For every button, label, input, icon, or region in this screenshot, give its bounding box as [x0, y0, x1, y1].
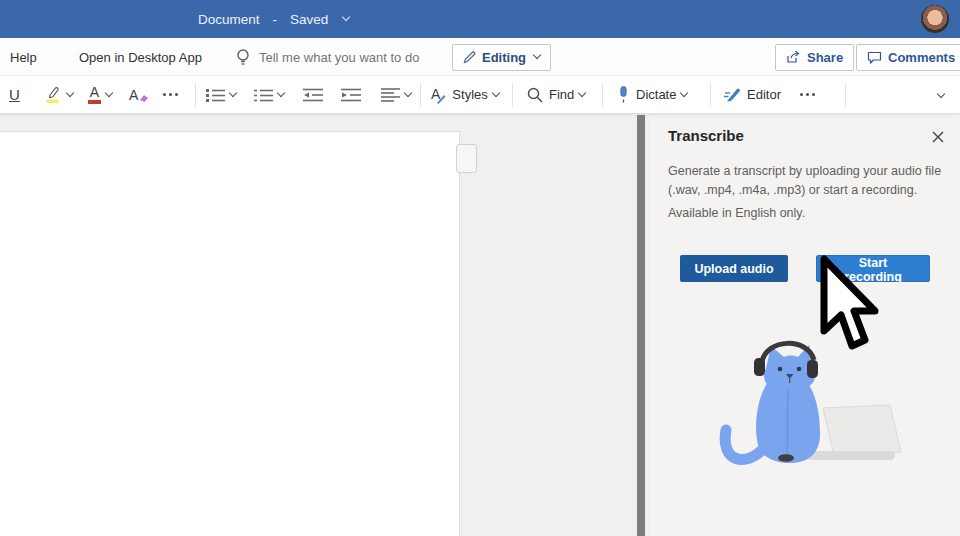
share-label: Share: [807, 50, 843, 65]
underline-glyph: U: [9, 86, 20, 103]
comments-label: Comments: [888, 50, 955, 65]
document-title-group[interactable]: Document - Saved: [198, 0, 349, 38]
vertical-scrollbar[interactable]: [637, 115, 645, 536]
outdent-icon: [303, 88, 323, 102]
comments-button[interactable]: Comments: [856, 38, 960, 76]
font-color-button[interactable]: A: [88, 76, 112, 113]
transcribe-panel: Transcribe Generate a transcript by uplo…: [650, 114, 960, 536]
save-status: Saved: [290, 12, 328, 27]
font-color-swatch: [88, 100, 101, 104]
editor-pen-icon: [724, 87, 741, 102]
styles-pen-icon: [436, 94, 446, 104]
pencil-icon: [463, 51, 476, 64]
dictate-chevron-icon: [680, 88, 688, 96]
title-chevron-down-icon[interactable]: [342, 13, 350, 21]
numbered-list-button[interactable]: [254, 76, 284, 113]
indent-icon: [341, 88, 361, 102]
close-panel-button[interactable]: [929, 128, 947, 146]
help-menu[interactable]: Help: [10, 38, 37, 76]
ellipsis-icon: [163, 93, 178, 96]
numbered-list-chevron-icon[interactable]: [277, 88, 285, 96]
styles-button[interactable]: A Styles: [431, 76, 499, 113]
user-avatar[interactable]: [921, 5, 949, 33]
panel-availability-note: Available in English only.: [668, 206, 805, 220]
ribbon-overflow-button[interactable]: [800, 76, 815, 113]
editing-label: Editing: [482, 50, 526, 65]
increase-indent-button[interactable]: [341, 76, 361, 113]
editing-mode-dropdown[interactable]: Editing: [452, 38, 551, 76]
decrease-indent-button[interactable]: [303, 76, 323, 113]
styles-label: Styles: [452, 87, 487, 102]
ribbon-divider: [420, 83, 421, 107]
find-label: Find: [549, 87, 574, 102]
page-anchor-box[interactable]: [456, 144, 477, 173]
open-in-desktop-label: Open in Desktop App: [79, 50, 202, 65]
tell-me-placeholder: Tell me what you want to do: [259, 50, 419, 65]
alignment-button[interactable]: [381, 76, 411, 113]
bullet-list-icon: [206, 88, 225, 102]
document-page[interactable]: [0, 131, 460, 536]
share-button[interactable]: Share: [775, 38, 854, 76]
search-icon: [527, 87, 543, 103]
title-separator: -: [273, 12, 278, 27]
find-button[interactable]: Find: [527, 76, 585, 113]
ribbon-divider: [710, 83, 711, 107]
bullet-list-chevron-icon[interactable]: [229, 88, 237, 96]
ribbon-divider: [512, 83, 513, 107]
collapse-chevron-down-icon: [937, 89, 945, 97]
eraser-icon: [139, 93, 149, 103]
collapse-ribbon-button[interactable]: [938, 76, 944, 113]
font-color-glyph: A: [90, 85, 99, 99]
document-workspace: Transcribe Generate a transcript by uplo…: [0, 114, 960, 536]
font-color-chevron-icon[interactable]: [105, 88, 113, 96]
microphone-icon: [617, 86, 630, 104]
dictate-label: Dictate: [636, 87, 676, 102]
share-icon: [786, 50, 801, 64]
text-highlight-button[interactable]: [44, 76, 73, 113]
underline-button[interactable]: U: [9, 76, 20, 113]
ribbon-toolbar: U A A: [0, 76, 960, 114]
highlighter-icon: [44, 85, 62, 104]
find-chevron-icon: [578, 88, 586, 96]
word-online-app: { "titlebar": { "document_title": "Docum…: [0, 0, 960, 536]
close-icon: [932, 131, 944, 143]
menubar: Help Open in Desktop App Tell me what yo…: [0, 38, 960, 76]
ribbon-divider: [602, 83, 603, 107]
tell-me-search[interactable]: Tell me what you want to do: [236, 38, 419, 76]
editor-button[interactable]: Editor: [724, 76, 781, 113]
start-recording-button[interactable]: Start recording: [816, 255, 930, 282]
upload-audio-button[interactable]: Upload audio: [680, 255, 788, 282]
open-in-desktop-button[interactable]: Open in Desktop App: [79, 38, 202, 76]
ellipsis-icon: [800, 93, 815, 96]
titlebar: Document - Saved: [0, 0, 960, 38]
panel-description: Generate a transcript by uploading your …: [668, 162, 960, 201]
highlight-chevron-icon[interactable]: [66, 88, 74, 96]
editing-chevron-icon: [533, 51, 541, 59]
bullet-list-button[interactable]: [206, 76, 236, 113]
ribbon-divider: [845, 83, 846, 107]
panel-title: Transcribe: [668, 127, 744, 144]
lightbulb-icon: [236, 48, 250, 66]
transcribe-cat-illustration: [708, 334, 908, 474]
comment-icon: [867, 51, 882, 64]
dictate-button[interactable]: Dictate: [617, 76, 687, 113]
align-icon: [381, 88, 400, 102]
editor-label: Editor: [747, 87, 781, 102]
document-title: Document: [198, 12, 260, 27]
ribbon-divider: [195, 83, 196, 107]
styles-chevron-icon: [492, 88, 500, 96]
numbered-list-icon: [254, 88, 273, 102]
clear-formatting-button[interactable]: A: [129, 76, 149, 113]
clear-format-glyph: A: [129, 88, 138, 102]
help-label: Help: [10, 50, 37, 65]
alignment-chevron-icon[interactable]: [404, 88, 412, 96]
font-overflow-button[interactable]: [163, 76, 178, 113]
